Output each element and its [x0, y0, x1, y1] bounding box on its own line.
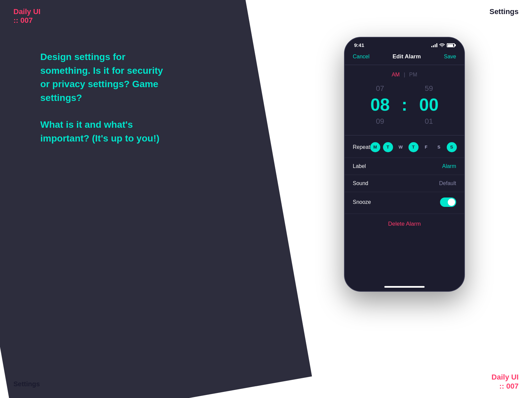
sub-description: What is it and what's important? (It's u… [40, 118, 168, 145]
save-button[interactable]: Save [444, 54, 456, 60]
time-colon-wrapper: : [400, 82, 408, 127]
hours-drum-column[interactable]: 07 08 09 [360, 82, 400, 127]
home-indicator [384, 286, 425, 288]
repeat-days[interactable]: M T W T F S S [370, 142, 457, 152]
label-field-value[interactable]: Alarm [442, 163, 456, 169]
time-drum[interactable]: 07 08 09 : 59 00 01 [345, 82, 464, 127]
battery-icon [447, 43, 455, 47]
top-right-settings: Settings [489, 7, 519, 16]
phone-device: 9:41 Cancel Edit Alarm Save [344, 37, 465, 292]
main-description: Design settings for something. Is it for… [40, 50, 168, 105]
day-sunday[interactable]: S [447, 142, 457, 152]
sound-value[interactable]: Default [439, 180, 456, 186]
day-friday[interactable]: F [421, 142, 431, 152]
repeat-row[interactable]: Repeat M T W T F S S [345, 137, 464, 158]
time-picker[interactable]: AM | PM 07 08 09 : [345, 65, 464, 135]
delete-alarm-button[interactable]: Delete Alarm [388, 221, 421, 227]
day-monday[interactable]: M [370, 142, 380, 152]
repeat-label: Repeat [353, 144, 370, 150]
snooze-row[interactable]: Snooze [345, 192, 464, 212]
hour-prev: 07 [376, 82, 384, 94]
brand-daily-ui-label: Daily UI [13, 7, 41, 16]
pm-label[interactable]: PM [409, 72, 417, 78]
sound-label: Sound [353, 180, 368, 186]
top-left-brand: Daily UI :: 007 [13, 7, 41, 25]
minute-next: 01 [425, 115, 433, 127]
status-time: 9:41 [354, 42, 364, 48]
am-pm-row[interactable]: AM | PM [345, 72, 464, 78]
signal-bars-icon [431, 43, 437, 47]
snooze-toggle[interactable] [440, 197, 456, 207]
bottom-brand-number: :: 007 [491, 382, 519, 391]
delete-section[interactable]: Delete Alarm [345, 214, 464, 234]
settings-section: Repeat M T W T F S S Label Alarm [345, 137, 464, 212]
status-bar: 9:41 [345, 38, 464, 51]
hour-next: 09 [376, 115, 384, 127]
am-pm-separator: | [404, 72, 405, 78]
status-icons [431, 43, 455, 48]
phone-wrapper: 9:41 Cancel Edit Alarm Save [344, 37, 465, 292]
minute-prev: 59 [425, 82, 433, 94]
am-label[interactable]: AM [392, 72, 400, 78]
left-content-area: Design settings for something. Is it for… [40, 50, 168, 146]
nav-title: Edit Alarm [392, 53, 421, 60]
nav-bar: Cancel Edit Alarm Save [345, 51, 464, 65]
minutes-drum-column[interactable]: 59 00 01 [409, 82, 449, 127]
label-field-label: Label [353, 163, 366, 169]
divider-time [345, 135, 464, 135]
day-wednesday[interactable]: W [396, 142, 406, 152]
day-thursday[interactable]: T [408, 142, 419, 152]
day-saturday[interactable]: S [434, 142, 444, 152]
minute-current: 00 [419, 94, 439, 115]
cancel-button[interactable]: Cancel [353, 54, 370, 60]
time-colon: : [400, 94, 408, 115]
phone-content: 9:41 Cancel Edit Alarm Save [345, 38, 464, 281]
sound-row[interactable]: Sound Default [345, 175, 464, 192]
day-tuesday[interactable]: T [383, 142, 393, 152]
brand-number-label: :: 007 [13, 16, 41, 25]
hour-current: 08 [370, 94, 390, 115]
bottom-right-brand: Daily UI :: 007 [491, 373, 519, 391]
label-row[interactable]: Label Alarm [345, 158, 464, 175]
snooze-label: Snooze [353, 199, 371, 205]
wifi-icon [439, 43, 445, 48]
bottom-left-label: Settings [13, 380, 40, 388]
bottom-brand-daily-ui: Daily UI [491, 373, 519, 382]
